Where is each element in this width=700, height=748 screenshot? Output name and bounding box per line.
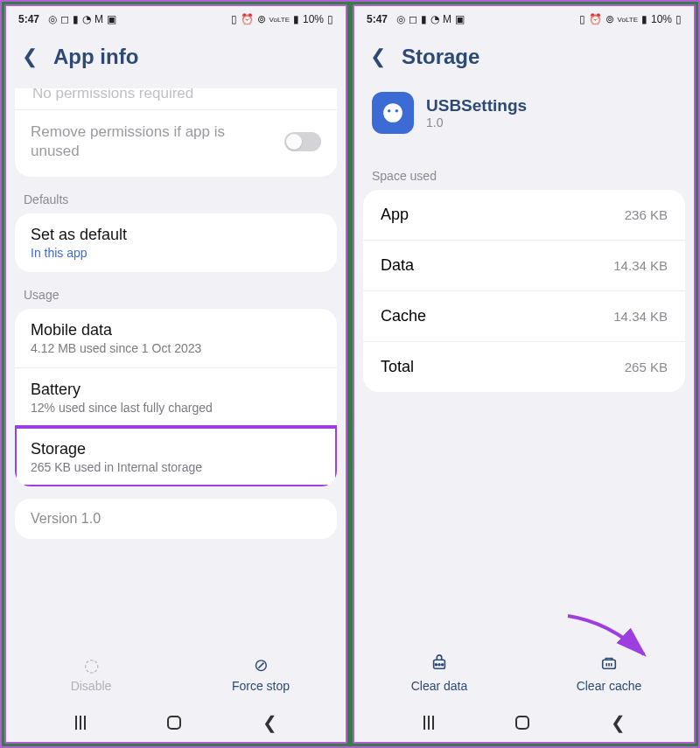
nav-bar: ❮ <box>354 702 694 742</box>
clear-data-icon <box>430 654 449 675</box>
header: ❮ App info <box>6 32 346 88</box>
battery-icon: ▯ <box>327 13 333 25</box>
nav-bar: ❮ <box>6 702 346 742</box>
status-bar: 5:47 ◎ ◻ ▮ ◔ M ▣ ▯ ⏰ ⊚ VoLTE ▮ 10% ▯ <box>6 6 346 32</box>
set-as-default-row[interactable]: Set as default In this app <box>15 213 337 272</box>
space-app-label: App <box>381 206 409 224</box>
space-total-row: Total 265 KB <box>363 341 685 392</box>
whatsapp-icon: ◎ <box>396 13 405 25</box>
instagram-icon: ◻ <box>60 13 69 25</box>
remove-permissions-toggle[interactable] <box>284 132 321 151</box>
photo-icon: ▣ <box>107 13 116 25</box>
force-stop-label: Force stop <box>232 679 290 693</box>
nav-recent-button[interactable] <box>424 716 434 730</box>
status-time: 5:47 <box>367 13 388 25</box>
space-cache-value: 14.34 KB <box>613 309 668 324</box>
disable-label: Disable <box>71 679 112 693</box>
defaults-section-label: Defaults <box>6 189 346 213</box>
svg-point-7 <box>438 664 440 666</box>
space-cache-label: Cache <box>381 307 426 325</box>
app-version: 1.0 <box>426 115 527 129</box>
battery-row[interactable]: Battery 12% used since last fully charge… <box>15 367 337 427</box>
battery-small-icon: ▮ <box>421 13 427 25</box>
space-data-label: Data <box>381 256 414 275</box>
app-name: USBSettings <box>426 96 527 115</box>
set-as-default-sub: In this app <box>31 246 321 260</box>
nav-recent-button[interactable] <box>75 716 86 730</box>
remove-permissions-row[interactable]: Remove permissions if app is unused <box>15 110 337 177</box>
clear-cache-button[interactable]: Clear cache <box>524 654 694 693</box>
instagram-icon: ◻ <box>409 13 417 25</box>
header: ❮ Storage <box>354 32 694 88</box>
phone-left: 5:47 ◎ ◻ ▮ ◔ M ▣ ▯ ⏰ ⊚ VoLTE ▮ 10% ▯ ❮ A… <box>4 4 347 744</box>
app-info-row: USBSettings 1.0 <box>354 88 694 148</box>
nav-back-button[interactable]: ❮ <box>611 712 626 733</box>
clear-cache-label: Clear cache <box>577 679 642 693</box>
space-total-value: 265 KB <box>625 360 668 374</box>
set-as-default-title: Set as default <box>31 226 321 244</box>
svg-point-2 <box>396 109 398 112</box>
svg-rect-4 <box>396 105 397 108</box>
battery-percent: 10% <box>651 13 672 25</box>
storage-row[interactable]: Storage 265 KB used in Internal storage <box>15 427 337 486</box>
back-icon[interactable]: ❮ <box>22 45 38 68</box>
battery-icon: ▯ <box>676 13 682 25</box>
page-title: App info <box>53 45 138 69</box>
gmail-icon: M <box>94 13 103 25</box>
battery-percent: 10% <box>303 13 324 25</box>
app-icon <box>372 92 414 134</box>
alarm-icon: ⏰ <box>589 13 602 25</box>
space-app-row: App 236 KB <box>363 190 685 240</box>
storage-title: Storage <box>31 440 321 458</box>
space-total-label: Total <box>381 358 414 376</box>
alarm-icon: ⏰ <box>241 13 254 25</box>
wifi-icon: ⊚ <box>606 13 614 25</box>
force-stop-icon: ⊘ <box>254 654 269 675</box>
bottom-actions: ◌ Disable ⊘ Force stop <box>6 647 346 702</box>
svg-point-1 <box>388 109 390 112</box>
status-bar: 5:47 ◎ ◻ ▮ ◔ M ▣ ▯ ⏰ ⊚ VoLTE ▮ 10% ▯ <box>354 6 694 32</box>
phone-right: 5:47 ◎ ◻ ▮ ◔ M ▣ ▯ ⏰ ⊚ VoLTE ▮ 10% ▯ ❮ S… <box>353 4 696 744</box>
volte-icon: VoLTE <box>618 16 638 24</box>
nav-back-button[interactable]: ❮ <box>262 712 277 733</box>
svg-point-0 <box>383 103 402 122</box>
svg-rect-3 <box>388 105 390 108</box>
space-data-row: Data 14.34 KB <box>363 240 685 290</box>
cloud-icon: ◔ <box>82 13 91 25</box>
space-used-label: Space used <box>354 165 694 190</box>
usage-section-label: Usage <box>6 284 346 309</box>
badge-icon: ▯ <box>579 13 585 25</box>
force-stop-button[interactable]: ⊘ Force stop <box>176 654 346 693</box>
clear-cache-icon <box>599 654 619 675</box>
volte-icon: VoLTE <box>270 16 290 24</box>
mobile-data-sub: 4.12 MB used since 1 Oct 2023 <box>31 341 321 355</box>
mobile-data-row[interactable]: Mobile data 4.12 MB used since 1 Oct 202… <box>15 309 337 367</box>
nav-home-button[interactable] <box>515 716 529 730</box>
photo-icon: ▣ <box>455 13 465 25</box>
space-data-value: 14.34 KB <box>613 258 668 273</box>
status-time: 5:47 <box>18 13 39 25</box>
svg-point-6 <box>435 664 437 666</box>
battery-small-icon: ▮ <box>73 13 79 25</box>
clear-data-label: Clear data <box>411 679 468 693</box>
signal-icon: ▮ <box>293 13 299 25</box>
svg-point-8 <box>442 664 444 666</box>
badge-icon: ▯ <box>231 13 237 25</box>
disable-button: ◌ Disable <box>6 654 176 693</box>
cloud-icon: ◔ <box>430 13 439 25</box>
page-title: Storage <box>402 45 480 69</box>
space-cache-row: Cache 14.34 KB <box>363 290 685 341</box>
disable-icon: ◌ <box>84 654 99 675</box>
back-icon[interactable]: ❮ <box>370 45 386 68</box>
battery-title: Battery <box>31 381 321 399</box>
clear-data-button[interactable]: Clear data <box>354 654 524 693</box>
space-app-value: 236 KB <box>625 207 668 222</box>
storage-sub: 265 KB used in Internal storage <box>31 460 321 474</box>
version-text: Version 1.0 <box>31 511 321 527</box>
no-permissions-text: No permissions required <box>15 88 337 110</box>
bottom-actions: Clear data Clear cache <box>354 647 694 702</box>
nav-home-button[interactable] <box>167 716 181 730</box>
remove-permissions-label: Remove permissions if app is unused <box>31 122 258 161</box>
wifi-icon: ⊚ <box>257 13 266 25</box>
battery-sub: 12% used since last fully charged <box>31 401 321 415</box>
